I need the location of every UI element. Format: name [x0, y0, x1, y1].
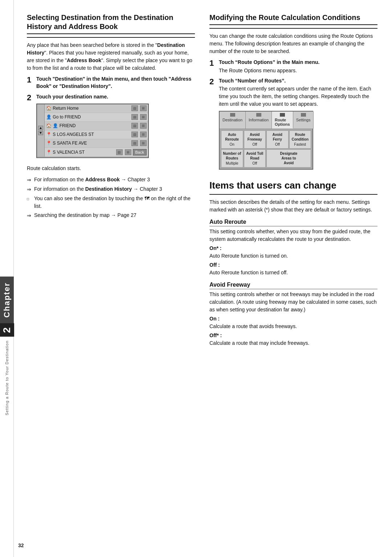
- screen-row-5: 📍 S SANTA FE AVE ▤ ⊞: [45, 139, 148, 148]
- right-step-2: 2 Touch “Number of Routes”. The content …: [209, 77, 377, 173]
- screen-row5-icon1: ▤: [131, 140, 138, 146]
- right-step1-body: The Route Options menu appears.: [219, 67, 377, 74]
- ro-tab-destination[interactable]: Destination: [220, 112, 246, 129]
- bullet-2: ⇒ For information on the Destination His…: [27, 185, 195, 193]
- left-section-heading: Selecting Destination from the Destinati…: [27, 13, 195, 34]
- items-heading-divider: [209, 194, 377, 195]
- left-column: Selecting Destination from the Destinati…: [27, 13, 195, 544]
- ro-cell-number-routes[interactable]: Number of Routes Multiple: [221, 149, 243, 167]
- screen-row-2: 👤 Go to FRIEND ▤ ⊞: [45, 113, 148, 122]
- screen-row3-icon2: ⊞: [140, 123, 147, 129]
- screen-row-1: 🏠 Return Home ▤ ⊞: [45, 104, 148, 113]
- avoid-freeway-on: On : Calculate a route that avoids freew…: [209, 315, 377, 330]
- two-col-layout: Selecting Destination from the Destinati…: [27, 13, 377, 544]
- avoid-freeway-on-label: On :: [209, 316, 220, 322]
- ro-cell-avoid-ferry[interactable]: AvoidFerry Off: [266, 130, 289, 149]
- items-section: Items that users can change This section…: [209, 180, 377, 347]
- screen-row1-icon1: ▤: [131, 105, 138, 111]
- screen-back-button[interactable]: Back: [133, 149, 147, 156]
- right-step1-num: 1: [209, 59, 216, 74]
- bullet-list: ⇒ For information on the Address Book → …: [27, 176, 195, 219]
- left-step2-num: 2: [27, 93, 33, 162]
- sidebar-chapter-num: 2: [0, 323, 14, 337]
- destination-tab-icon: [230, 113, 235, 117]
- ro-cell-avoid-toll[interactable]: Avoid TollRoad Off: [244, 149, 266, 167]
- right-step2-num: 2: [209, 77, 216, 173]
- right-section-heading: Modifying the Route Calculation Conditio…: [209, 13, 377, 25]
- screen-row1-icon2: ⊞: [140, 105, 147, 111]
- screen-row4-icon1: ▤: [131, 132, 138, 137]
- items-intro: This section describes the details of th…: [209, 198, 377, 214]
- route-options-mockup: Destination Information Route Options: [219, 111, 313, 170]
- auto-reroute-off-label: Off :: [209, 262, 220, 268]
- bullet4-arrow: ⇒: [27, 212, 32, 219]
- left-step2-title: Touch your destination name.: [36, 93, 195, 101]
- screen-row2-icon2: ⊞: [140, 114, 147, 120]
- sidebar: Chapter 2 Setting a Route to Your Destin…: [0, 0, 14, 557]
- main-content: Selecting Destination from the Destinati…: [14, 0, 392, 557]
- left-intro: Any place that has been searched before …: [27, 41, 195, 72]
- ro-tab-information[interactable]: Information: [246, 112, 272, 129]
- bullet-4: ⇒ Searching the destination by map → Pag…: [27, 211, 195, 219]
- left-step2-content: Touch your destination name. ▲ ▼: [36, 93, 195, 162]
- ro-tabs: Destination Information Route Options: [220, 112, 313, 129]
- auto-reroute-on: On* : Auto Reroute function is turned on…: [209, 245, 377, 260]
- left-step1-num: 1: [27, 76, 33, 90]
- settings-tab-icon: [301, 113, 306, 117]
- information-tab-icon: [256, 113, 261, 117]
- avoid-freeway-off-label: Off* :: [209, 332, 222, 338]
- avoid-freeway-on-text: Calculate a route that avoids freeways.: [209, 323, 297, 329]
- sidebar-chapter: Chapter 2 Setting a Route to Your Destin…: [0, 277, 14, 419]
- ro-tab-route-options[interactable]: Route Options: [272, 112, 293, 129]
- ro-cell-auto-reroute[interactable]: AutoReroute On: [221, 130, 243, 149]
- sidebar-route-label: Setting a Route to Your Destination: [3, 337, 11, 419]
- auto-reroute-off: Off : Auto Reroute function is turned of…: [209, 261, 377, 277]
- auto-reroute-heading: Auto Reroute: [209, 219, 377, 226]
- screen-row4-icon2: ⊞: [140, 132, 147, 137]
- right-step-1: 1 Touch “Route Options” in the Main menu…: [209, 59, 377, 74]
- bullet3-square: □: [27, 196, 32, 202]
- bullet1-arrow: ⇒: [27, 176, 32, 184]
- avoid-freeway-off: Off* : Calculate a route that may includ…: [209, 332, 377, 347]
- bullet2-arrow: ⇒: [27, 186, 32, 193]
- destination-screen-mockup: ▲ ▼ 🏠 Return Home ▤ ⊞: [36, 104, 149, 158]
- page-number: 32: [18, 542, 24, 548]
- avoid-freeway-body: This setting controls whether or not fre…: [209, 291, 377, 314]
- screen-row3-icon1: ▤: [131, 123, 138, 129]
- screen-row5-icon2: ⊞: [140, 140, 147, 146]
- ro-cell-route-condition[interactable]: RouteCondition Fastest: [289, 130, 311, 149]
- right-heading-divider: [209, 28, 377, 29]
- left-step-1: 1 Touch "Destination" in the Main menu, …: [27, 76, 195, 90]
- right-step2-content: Touch “Number of Routes”. The content cu…: [219, 77, 377, 173]
- auto-reroute-on-label: On* :: [209, 245, 221, 251]
- right-step2-body: The content currently set appears under …: [219, 85, 377, 108]
- auto-reroute-on-text: Auto Reroute function is turned on.: [209, 253, 288, 259]
- auto-reroute-body: This setting controls whether, when you …: [209, 228, 377, 243]
- items-main-heading: Items that users can change: [209, 180, 377, 191]
- avoid-freeway-heading: Avoid Freeway: [209, 282, 377, 289]
- screen-row-4: 📍 S LOS ANGELES ST ▤ ⊞: [45, 130, 148, 139]
- screen-row-6: 📍 S VALENCIA ST ▤ ⊞ Back: [45, 148, 148, 157]
- sidebar-chapter-label: Chapter: [0, 277, 14, 323]
- left-step-2: 2 Touch your destination name. ▲ ▼: [27, 93, 195, 162]
- auto-reroute-off-text: Auto Reroute function is turned off.: [209, 270, 288, 275]
- screen-row6-icon1: ▤: [116, 149, 123, 155]
- right-column: Modifying the Route Calculation Conditio…: [209, 13, 377, 544]
- route-calc-text: Route calculation starts.: [27, 165, 195, 172]
- right-intro: You can change the route calculation con…: [209, 32, 377, 55]
- ro-grid: AutoReroute On AvoidFreeway Off AvoidFer…: [220, 129, 313, 169]
- avoid-freeway-off-text: Calculate a route that may include freew…: [209, 340, 309, 346]
- left-step1-title: Touch "Destination" in the Main menu, an…: [36, 76, 195, 90]
- bullet-1: ⇒ For information on the Address Book → …: [27, 176, 195, 184]
- ro-cell-avoid-freeway[interactable]: AvoidFreeway Off: [244, 130, 266, 149]
- right-step1-title: Touch “Route Options” in the Main menu.: [219, 59, 377, 66]
- screen-row-3: 🏠 👤 FRIEND ▤ ⊞: [45, 122, 148, 130]
- left-heading-divider: [27, 37, 195, 38]
- page-container: Chapter 2 Setting a Route to Your Destin…: [0, 0, 392, 557]
- screen-row6-icon2: ⊞: [125, 149, 131, 155]
- route-options-tab-icon: [280, 113, 285, 117]
- ro-cell-designate-areas[interactable]: DesignateAreas toAvoid: [266, 149, 311, 167]
- right-step2-title: Touch “Number of Routes”.: [219, 77, 377, 85]
- screen-row2-icon1: ▤: [131, 114, 138, 120]
- ro-tab-settings[interactable]: Settings: [293, 112, 314, 129]
